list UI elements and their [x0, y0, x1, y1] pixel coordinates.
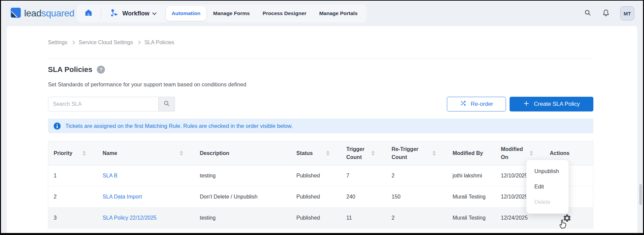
search-input[interactable]: [48, 97, 159, 111]
sort-icon[interactable]: [326, 151, 330, 156]
plus-icon: [523, 100, 530, 108]
tab-manage-portals[interactable]: Manage Portals: [313, 6, 363, 21]
table-row-sla-b[interactable]: 1SLA BtestingPublished72jothi lakshmi12/…: [48, 165, 593, 186]
leadsquared-logo[interactable]: leadsquared: [10, 1, 74, 26]
nav-right: MT: [584, 1, 634, 26]
user-avatar[interactable]: MT: [620, 6, 634, 20]
cell-retrigger_count: 150: [386, 186, 447, 207]
top-navbar: leadsquared: [1, 1, 643, 26]
search-button[interactable]: [159, 97, 175, 111]
reorder-button[interactable]: Re-order: [447, 97, 506, 111]
home-button[interactable]: [80, 6, 97, 21]
cell-modified_by: Murali Testing: [447, 208, 495, 228]
workflow-menu[interactable]: Workflow: [105, 8, 161, 19]
column-header-priority[interactable]: Priority: [48, 141, 97, 165]
sla-name-link[interactable]: SLA Data Import: [103, 194, 142, 200]
title-row: SLA Policies: [48, 65, 105, 74]
sort-icon[interactable]: [180, 151, 183, 156]
sort-icon[interactable]: [432, 151, 436, 156]
sla-policies-table: PriorityNameDescriptionStatusTrigger Cou…: [48, 141, 593, 229]
nav-divider: [101, 9, 101, 18]
reorder-label: Re-order: [471, 101, 493, 107]
table-row-sla-data-import[interactable]: 2SLA Data ImportDon't Delete / Unpublish…: [48, 186, 593, 208]
cell-name: SLA Data Import: [97, 186, 194, 207]
tab-automation[interactable]: Automation: [166, 6, 206, 21]
tab-process-designer[interactable]: Process Designer: [257, 6, 312, 21]
workflow-icon: [110, 8, 119, 19]
column-label: Actions: [550, 149, 570, 157]
brand-wordmark: leadsquared: [24, 8, 74, 19]
cell-retrigger_count: 2: [386, 208, 447, 228]
home-icon: [84, 8, 93, 18]
cell-status: Published: [291, 208, 341, 228]
cell-description: testing: [194, 165, 291, 186]
cell-modified_by: Murali Testing: [447, 186, 495, 207]
cell-trigger_count: 11: [341, 208, 386, 228]
app-window: leadsquared: [0, 0, 644, 235]
cell-retrigger_count: 2: [386, 165, 447, 186]
vertical-scrollbar-thumb[interactable]: [639, 184, 642, 205]
page-subtitle: Set Standards of performance for your su…: [48, 81, 246, 88]
cell-priority: 2: [48, 186, 97, 207]
chevron-right-icon: [137, 41, 140, 44]
table-header-row: PriorityNameDescriptionStatusTrigger Cou…: [48, 141, 593, 165]
column-label: Trigger Count: [346, 145, 371, 161]
sort-icon[interactable]: [371, 151, 375, 156]
breadcrumb-divider: [48, 59, 593, 59]
sla-search: [48, 97, 175, 111]
cell-modified_by: jothi lakshmi: [447, 165, 495, 186]
breadcrumb-item-service-cloud-settings[interactable]: Service Cloud Settings: [79, 40, 133, 46]
sla-name-link[interactable]: SLA Policy 22/12/2025: [103, 215, 157, 221]
bell-icon: [602, 9, 610, 18]
help-icon[interactable]: [97, 66, 105, 74]
cell-description: testing: [194, 208, 291, 228]
shuffle-icon: [460, 100, 467, 108]
column-header-name[interactable]: Name: [97, 141, 194, 165]
info-icon: [54, 123, 61, 130]
column-header-modified-by: Modified By: [447, 141, 495, 165]
column-label: Re-Trigger Count: [392, 145, 422, 161]
cell-trigger_count: 240: [341, 186, 386, 207]
breadcrumb-item-settings[interactable]: Settings: [48, 40, 67, 46]
menu-item-edit[interactable]: Edit: [526, 179, 569, 194]
column-header-status[interactable]: Status: [291, 141, 341, 165]
sort-icon[interactable]: [82, 151, 86, 156]
menu-item-unpublish[interactable]: Unpublish: [526, 163, 569, 179]
chevron-right-icon: [71, 41, 75, 44]
column-header-description: Description: [194, 141, 291, 165]
column-header-trigger-count[interactable]: Trigger Count: [341, 141, 386, 165]
column-label: Status: [296, 149, 313, 157]
nav-tabs: AutomationManage FormsProcess DesignerMa…: [166, 6, 363, 21]
actions-context-menu: UnpublishEditDelete: [526, 160, 569, 214]
column-label: Priority: [54, 149, 72, 157]
global-search-button[interactable]: [584, 9, 592, 18]
cell-priority: 3: [48, 208, 97, 228]
cell-status: Published: [291, 186, 341, 207]
info-banner-text: Tickets are assigned on the first Matchi…: [65, 123, 293, 129]
column-header-re-trigger-count[interactable]: Re-Trigger Count: [386, 141, 447, 165]
notifications-button[interactable]: [602, 9, 610, 18]
cell-priority: 1: [48, 165, 97, 186]
search-icon: [163, 100, 170, 108]
gear-icon[interactable]: [563, 214, 572, 223]
cell-name: SLA B: [97, 165, 194, 186]
tab-manage-forms[interactable]: Manage Forms: [208, 6, 255, 21]
cell-status: Published: [291, 165, 341, 186]
chevron-down-icon: [152, 11, 157, 15]
cell-trigger_count: 7: [341, 165, 386, 186]
column-label: Modified By: [453, 149, 483, 157]
workflow-label: Workflow: [122, 10, 150, 17]
info-banner: Tickets are assigned on the first Matchi…: [48, 119, 593, 133]
page-title: SLA Policies: [48, 65, 92, 74]
breadcrumb-item-sla-policies[interactable]: SLA Policies: [144, 40, 174, 46]
column-label: Description: [200, 149, 229, 157]
create-label: Create SLA Policy: [534, 101, 580, 107]
sort-icon[interactable]: [530, 151, 533, 156]
column-label: Modified On: [501, 145, 528, 161]
cell-name: SLA Policy 22/12/2025: [97, 208, 194, 228]
leadsquared-logo-icon: [10, 7, 21, 19]
sla-name-link[interactable]: SLA B: [103, 173, 117, 179]
cell-description: Don't Delete / Unpublish: [194, 186, 291, 207]
create-sla-policy-button[interactable]: Create SLA Policy: [510, 97, 593, 111]
table-row-sla-policy-22-12-2025[interactable]: 3SLA Policy 22/12/2025testingPublished11…: [48, 208, 593, 229]
